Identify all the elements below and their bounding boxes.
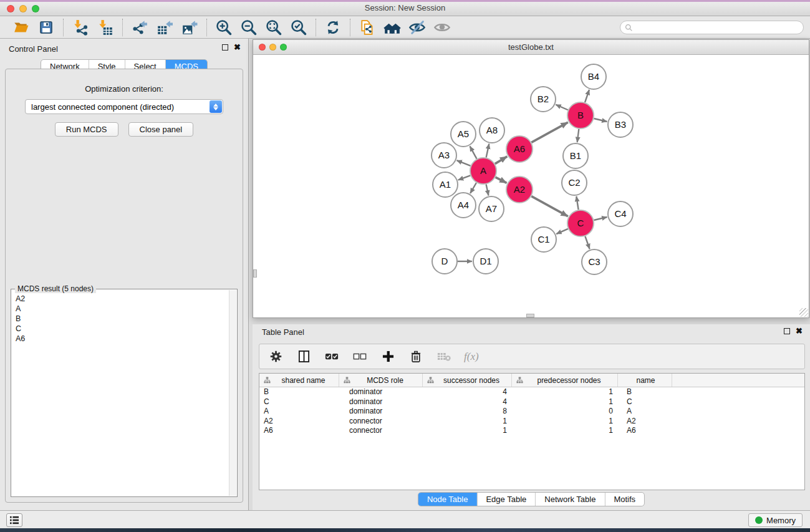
export-network-button[interactable] (130, 18, 149, 37)
result-list-item[interactable]: A6 (16, 334, 224, 344)
tab-edge-table[interactable]: Edge Table (476, 493, 535, 506)
table-cell[interactable]: 1 (423, 417, 512, 427)
graph-edge[interactable] (531, 196, 568, 216)
result-list-item[interactable]: A (16, 304, 224, 314)
table-row[interactable]: A6connector11A6 (259, 426, 804, 436)
table-cell[interactable]: A2 (259, 417, 339, 427)
table-cell[interactable]: C (259, 397, 339, 407)
graph-edge[interactable] (576, 196, 578, 210)
hide-graphics-details-button[interactable] (408, 18, 427, 37)
graph-edge[interactable] (486, 144, 489, 158)
graph-edge[interactable] (470, 183, 476, 193)
delete-column-button[interactable] (408, 349, 424, 365)
table-cell[interactable]: C (618, 397, 672, 407)
close-panel-button[interactable]: Close panel (128, 122, 194, 137)
float-panel-icon[interactable] (784, 328, 790, 334)
function-builder-button[interactable]: f(x) (464, 349, 479, 365)
open-folder-button[interactable] (12, 18, 31, 37)
table-cell[interactable]: 8 (423, 407, 512, 417)
resize-grip-icon[interactable] (799, 308, 808, 317)
graph-edge[interactable] (458, 175, 471, 180)
select-all-checkboxes-button[interactable] (324, 349, 340, 365)
table-cell[interactable]: 0 (512, 407, 618, 417)
zoom-selected-button[interactable] (289, 18, 308, 37)
show-graphics-details-button[interactable] (433, 18, 451, 37)
graph-edge[interactable] (486, 185, 489, 196)
table-cell[interactable]: B (618, 387, 672, 397)
table-cell[interactable]: A6 (259, 426, 339, 436)
run-mcds-button[interactable]: Run MCDS (55, 122, 118, 137)
optimization-criterion-dropdown[interactable]: largest connected component (directed) (25, 99, 223, 114)
graph-edge[interactable] (577, 129, 579, 142)
graph-edge[interactable] (531, 122, 568, 142)
tab-node-table[interactable]: Node Table (418, 493, 477, 506)
graph-edge[interactable] (556, 105, 568, 110)
table-cell[interactable]: dominator (339, 397, 423, 407)
column-header[interactable]: MCDS role (339, 374, 423, 387)
first-neighbors-button[interactable] (383, 18, 402, 37)
import-table-button[interactable] (96, 18, 115, 37)
graph-edge[interactable] (495, 157, 507, 164)
graph-edge[interactable] (594, 118, 607, 122)
resize-handle-left[interactable] (253, 269, 257, 278)
zoom-in-button[interactable] (215, 18, 233, 37)
column-header[interactable]: predecessor nodes (512, 374, 618, 387)
result-list-item[interactable]: B (16, 314, 224, 324)
table-cell[interactable]: A2 (618, 417, 672, 427)
table-cell[interactable]: connector (339, 417, 423, 427)
resize-handle-bottom[interactable] (526, 314, 534, 317)
graph-edge[interactable] (456, 160, 470, 166)
save-session-button[interactable] (37, 18, 55, 37)
graph-edge[interactable] (496, 177, 507, 183)
result-scrollbar[interactable] (229, 290, 236, 496)
table-cell[interactable]: A (259, 407, 339, 417)
graph-edge[interactable] (470, 146, 476, 158)
table-cell[interactable]: 1 (512, 387, 618, 397)
search-input[interactable] (633, 23, 803, 32)
delete-table-button[interactable] (436, 349, 452, 365)
table-cell[interactable]: connector (339, 426, 423, 436)
table-cell[interactable]: 1 (423, 426, 512, 436)
close-panel-icon[interactable]: ✖ (796, 328, 803, 334)
memory-button[interactable]: Memory (748, 513, 803, 527)
table-cell[interactable]: 1 (512, 417, 618, 427)
search-field[interactable] (620, 21, 804, 34)
table-cell[interactable]: 1 (512, 426, 618, 436)
graph-edge[interactable] (585, 90, 589, 102)
column-header[interactable]: name (618, 374, 672, 387)
table-cell[interactable]: B (259, 387, 339, 397)
clone-network-button[interactable] (358, 18, 377, 37)
add-column-button[interactable] (380, 349, 396, 365)
graph-edge[interactable] (585, 236, 589, 249)
zoom-fit-button[interactable] (264, 18, 283, 37)
table-cell[interactable]: dominator (339, 387, 423, 397)
table-row[interactable]: Adominator80A (259, 407, 804, 417)
column-header[interactable]: successor nodes (423, 374, 512, 387)
network-canvas[interactable]: AA1A3A5A8A4A7A6A2BB1B2B3B4CC1C2C3C4DD1 (253, 55, 809, 317)
tab-motifs[interactable]: Motifs (604, 493, 644, 506)
zoom-out-button[interactable] (239, 18, 258, 37)
table-cell[interactable]: 4 (423, 387, 512, 397)
result-list-item[interactable]: C (16, 324, 224, 334)
table-row[interactable]: A2connector11A2 (259, 417, 804, 427)
table-cell[interactable]: A (618, 407, 672, 417)
table-cell[interactable]: 1 (512, 397, 618, 407)
table-cell[interactable]: dominator (339, 407, 423, 417)
task-history-button[interactable] (6, 513, 22, 527)
close-panel-icon[interactable]: ✖ (234, 44, 241, 51)
show-column-button[interactable] (296, 349, 312, 365)
column-header[interactable]: shared name (259, 374, 339, 387)
refresh-view-button[interactable] (324, 18, 342, 37)
deselect-all-checkboxes-button[interactable] (352, 349, 368, 365)
export-image-button[interactable] (180, 18, 199, 37)
table-row[interactable]: Bdominator41B (259, 387, 804, 397)
tab-network-table[interactable]: Network Table (535, 493, 604, 506)
table-row[interactable]: Cdominator41C (259, 397, 804, 407)
export-table-button[interactable] (155, 18, 174, 37)
settings-gear-button[interactable] (268, 349, 284, 365)
graph-edge[interactable] (594, 217, 607, 220)
table-cell[interactable]: 4 (423, 397, 512, 407)
graph-edge[interactable] (556, 229, 568, 234)
import-network-button[interactable] (71, 18, 90, 37)
table-cell[interactable]: A6 (618, 426, 672, 436)
